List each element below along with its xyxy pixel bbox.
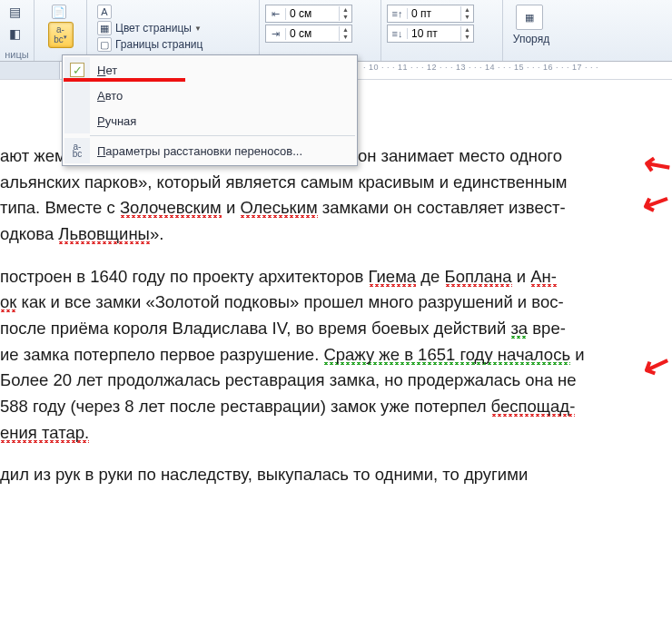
text-run: дил из рук в руки по наследству, выкупал… bbox=[0, 465, 528, 484]
arrange-icon: ▦ bbox=[516, 5, 543, 30]
spinner-buttons[interactable]: ▲▼ bbox=[460, 6, 473, 21]
menu-label-underline: А bbox=[97, 89, 105, 103]
text-run: и он занимает место одного bbox=[339, 146, 562, 165]
text-run-spelling-error: Ан- bbox=[530, 267, 557, 287]
ribbon-group-left-edge: ▤ ◧ ницы bbox=[0, 0, 35, 61]
text-run-spelling-error: ения татар. bbox=[0, 423, 89, 443]
text-run: Более 20 лет продолжалась реставрация за… bbox=[0, 370, 577, 389]
spacing-after-icon: ≡↓ bbox=[388, 28, 408, 39]
text-run-spelling-error: беспощад- bbox=[491, 397, 576, 417]
page-borders-icon: ▢ bbox=[97, 37, 112, 52]
ruler-margin bbox=[0, 62, 60, 79]
text-run-spelling-error: Львовщины bbox=[58, 224, 150, 244]
generic-icon: ▤ bbox=[8, 5, 23, 19]
ribbon-group-arrange: ▦ Упоряд bbox=[503, 0, 559, 61]
hyphenation-button[interactable]: a-bc▾ bbox=[48, 22, 74, 48]
text-run: ». bbox=[150, 224, 163, 243]
chevron-down-icon: ▼ bbox=[194, 25, 202, 33]
spinner-buttons[interactable]: ▲▼ bbox=[460, 26, 473, 41]
menu-label-rest: ет bbox=[105, 64, 117, 77]
hyphenation-icon: a-bc bbox=[73, 143, 83, 158]
page-color-icon: ▦ bbox=[97, 21, 112, 35]
ribbon-group-hyphenation: 📄 a-bc▾ bbox=[35, 0, 87, 61]
text-run-spelling-error: Олеським bbox=[240, 198, 317, 218]
text-run: 588 году (через 8 лет после реставрации)… bbox=[0, 397, 491, 416]
spacing-before-spinner[interactable]: ≡↑ 0 пт ▲▼ bbox=[387, 5, 474, 23]
arrange-label: Упоряд bbox=[513, 33, 549, 45]
text-run: одкова bbox=[0, 224, 58, 243]
menu-label-rest: учная bbox=[105, 114, 137, 128]
menu-label-underline: Р bbox=[97, 114, 105, 128]
text-run: и bbox=[222, 198, 241, 217]
text-run: ие замка потерпело первое разрушение. bbox=[0, 345, 323, 364]
spacing-after-value: 10 пт bbox=[408, 27, 460, 40]
text-run: замками он составляет извест- bbox=[318, 198, 566, 217]
annotation-red-underline bbox=[64, 78, 185, 82]
hyphenation-icon: a-bc▾ bbox=[54, 26, 67, 44]
ribbon-group-page-background: A ▦ Цвет страницы ▼ ▢ Границы страниц bbox=[87, 0, 260, 61]
indent-left-spinner[interactable]: ⇤ 0 см ▲▼ bbox=[265, 5, 352, 23]
ruler-numbers: · 10 · · · 11 · · · 12 · · · 13 · · · 14… bbox=[363, 63, 598, 72]
generic-icon: ◧ bbox=[8, 26, 23, 41]
spinner-buttons[interactable]: ▲▼ bbox=[339, 26, 351, 41]
page-color-button[interactable]: ▦ Цвет страницы ▼ bbox=[93, 20, 206, 36]
indent-right-icon: ⇥ bbox=[266, 28, 286, 40]
watermark-small-icon[interactable]: 📄 bbox=[48, 4, 74, 20]
spacing-after-spinner[interactable]: ≡↓ 10 пт ▲▼ bbox=[387, 25, 474, 43]
arrange-button[interactable]: ▦ Упоряд bbox=[509, 2, 554, 48]
watermark-icon: A bbox=[97, 5, 112, 19]
paragraph-2: построен в 1640 году по проекту архитект… bbox=[0, 264, 650, 447]
menu-check-col bbox=[64, 108, 90, 133]
menu-label-underline: П bbox=[97, 144, 105, 158]
watermark-button-top[interactable]: A bbox=[93, 4, 120, 20]
menu-item-auto[interactable]: Авто bbox=[64, 83, 355, 108]
text-run-spelling-error: Золочевским bbox=[120, 198, 222, 218]
menu-label-underline: Н bbox=[97, 64, 105, 77]
text-run: типа. Вместе с bbox=[0, 198, 120, 217]
spinner-buttons[interactable]: ▲▼ bbox=[339, 6, 351, 21]
hyphenation-menu: ✓ Нет Авто Ручная a-bc Параметры расстан… bbox=[62, 54, 358, 166]
menu-separator bbox=[90, 135, 355, 136]
text-run: и bbox=[512, 267, 531, 286]
ribbon-group-spacing: ≡↑ 0 пт ▲▼ ≡↓ 10 пт ▲▼ bbox=[381, 0, 503, 61]
text-run: де bbox=[416, 267, 444, 286]
menu-label-rest: вто bbox=[105, 89, 124, 103]
paragraph-3: дил из рук в руки по наследству, выкупал… bbox=[0, 462, 650, 488]
ribbon: ▤ ◧ ницы 📄 a-bc▾ A ▦ Цвет страницы ▼ ▢ Г… bbox=[0, 0, 672, 62]
text-run: альянских парков», который является самы… bbox=[0, 172, 567, 192]
menu-label-rest: араметры расстановки переносов... bbox=[105, 144, 302, 158]
text-run-grammar-error: Сражу же в 1651 году началось bbox=[323, 345, 570, 365]
doc-icon: 📄 bbox=[52, 5, 66, 19]
text-run-spelling-error: Боплана bbox=[445, 267, 512, 287]
menu-check-col bbox=[64, 83, 90, 108]
check-icon: ✓ bbox=[70, 63, 84, 77]
text-run-spelling-error: Гиема bbox=[369, 267, 417, 287]
indent-right-value: 0 см bbox=[286, 27, 339, 40]
menu-item-manual[interactable]: Ручная bbox=[64, 108, 355, 133]
group-caption: ницы bbox=[0, 49, 34, 60]
ribbon-small-btn-1[interactable]: ▤ bbox=[5, 2, 30, 22]
page-borders-label: Границы страниц bbox=[115, 38, 203, 51]
indent-right-spinner[interactable]: ⇥ 0 см ▲▼ bbox=[265, 25, 352, 43]
text-run-grammar-error: за bbox=[510, 319, 528, 339]
ribbon-small-btn-2[interactable]: ◧ bbox=[5, 24, 30, 44]
text-run: после приёма короля Владислава IV, во вр… bbox=[0, 319, 510, 338]
text-run: вре- bbox=[528, 319, 566, 338]
menu-item-options[interactable]: a-bc Параметры расстановки переносов... bbox=[64, 138, 355, 163]
spacing-before-value: 0 пт bbox=[408, 7, 460, 20]
menu-check-col: a-bc bbox=[64, 138, 90, 163]
text-run-spelling-error: ок bbox=[0, 292, 16, 312]
text-run: как и все замки «Золотой подковы» прошел… bbox=[16, 292, 563, 311]
spacing-before-icon: ≡↑ bbox=[388, 8, 408, 19]
text-run: и bbox=[570, 345, 584, 364]
indent-left-value: 0 см bbox=[286, 7, 339, 20]
page-color-label: Цвет страницы bbox=[115, 22, 192, 34]
text-run: построен в 1640 году по проекту архитект… bbox=[0, 267, 369, 286]
ribbon-group-indent: ⇤ 0 см ▲▼ ⇥ 0 см ▲▼ bbox=[260, 0, 381, 61]
indent-left-icon: ⇤ bbox=[266, 8, 286, 20]
page-borders-button[interactable]: ▢ Границы страниц bbox=[93, 36, 207, 53]
